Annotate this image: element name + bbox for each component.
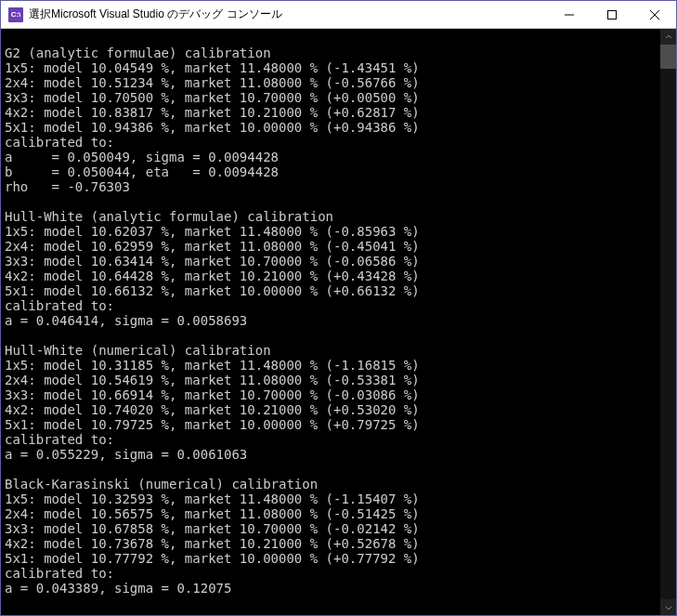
params-block: a = 0.050049, sigma = 0.0094428b = 0.050… — [5, 150, 660, 194]
params-block: a = 0.055229, sigma = 0.0061063 — [5, 447, 660, 462]
calibration-group: G2 (analytic formulae) calibration1x5: m… — [5, 46, 660, 194]
result-row: 3x3: model 10.70500 %, market 10.70000 %… — [5, 90, 660, 105]
param-line: a = 0.043389, sigma = 0.12075 — [5, 581, 660, 596]
svg-rect-1 — [608, 10, 617, 19]
result-row: 2x4: model 10.56575 %, market 11.08000 %… — [5, 506, 660, 521]
result-row: 4x2: model 10.74020 %, market 10.21000 %… — [5, 402, 660, 417]
result-row: 2x4: model 10.54619 %, market 11.08000 %… — [5, 373, 660, 387]
chevron-up-icon — [665, 33, 672, 41]
result-row: 3x3: model 10.66914 %, market 10.70000 %… — [5, 387, 660, 402]
console-output[interactable]: G2 (analytic formulae) calibration1x5: m… — [1, 29, 660, 615]
chevron-down-icon — [665, 604, 672, 611]
result-row: 4x2: model 10.83817 %, market 10.21000 %… — [5, 105, 660, 120]
scroll-up-button[interactable] — [660, 29, 676, 45]
scrollbar-thumb[interactable] — [660, 45, 676, 69]
params-block: a = 0.043389, sigma = 0.12075 — [5, 581, 660, 596]
result-row: 4x2: model 10.73678 %, market 10.21000 %… — [5, 536, 660, 551]
maximize-icon — [607, 10, 617, 20]
result-row: 5x1: model 10.77792 %, market 10.00000 %… — [5, 551, 660, 566]
result-row: 1x5: model 10.62037 %, market 11.48000 %… — [5, 224, 660, 239]
result-row: 5x1: model 10.79725 %, market 10.00000 %… — [5, 417, 660, 432]
result-row: 2x4: model 10.62959 %, market 11.08000 %… — [5, 239, 660, 254]
group-heading: G2 (analytic formulae) calibration — [5, 46, 660, 60]
result-row: 1x5: model 10.31185 %, market 11.48000 %… — [5, 358, 660, 373]
param-line: a = 0.046414, sigma = 0.0058693 — [5, 313, 660, 328]
result-row: 3x3: model 10.63414 %, market 10.70000 %… — [5, 254, 660, 269]
window-title: 選択Microsoft Visual Studio のデバッグ コンソール — [29, 7, 548, 22]
param-line: a = 0.050049, sigma = 0.0094428 — [5, 150, 660, 164]
calibration-group: Black-Karasinski (numerical) calibration… — [5, 477, 660, 596]
result-row: 5x1: model 10.66132 %, market 10.00000 %… — [5, 283, 660, 298]
close-button[interactable] — [633, 1, 676, 29]
result-row: 5x1: model 10.94386 %, market 10.00000 %… — [5, 120, 660, 135]
scroll-down-button[interactable] — [660, 599, 676, 615]
calibrated-label: calibrated to: — [5, 566, 660, 581]
calibrated-label: calibrated to: — [5, 135, 660, 150]
titlebar: C:\ 選択Microsoft Visual Studio のデバッグ コンソー… — [1, 1, 676, 29]
close-icon — [650, 10, 659, 20]
scrollbar-track[interactable] — [660, 45, 676, 599]
minimize-button[interactable] — [548, 1, 591, 29]
group-heading: Hull-White (numerical) calibration — [5, 343, 660, 358]
maximize-button[interactable] — [591, 1, 633, 29]
result-row: 1x5: model 10.32593 %, market 11.48000 %… — [5, 491, 660, 506]
group-heading: Black-Karasinski (numerical) calibration — [5, 477, 660, 491]
app-icon: C:\ — [8, 7, 23, 22]
client-area: G2 (analytic formulae) calibration1x5: m… — [1, 29, 676, 615]
param-line: b = 0.050044, eta = 0.0094428 — [5, 164, 660, 179]
calibration-group: Hull-White (numerical) calibration1x5: m… — [5, 343, 660, 462]
params-block: a = 0.046414, sigma = 0.0058693 — [5, 313, 660, 328]
minimize-icon — [565, 10, 574, 20]
result-row: 3x3: model 10.67858 %, market 10.70000 %… — [5, 521, 660, 536]
param-line: a = 0.055229, sigma = 0.0061063 — [5, 447, 660, 462]
result-row: 1x5: model 10.04549 %, market 11.48000 %… — [5, 60, 660, 75]
calibrated-label: calibrated to: — [5, 298, 660, 313]
vertical-scrollbar[interactable] — [660, 29, 676, 615]
result-row: 2x4: model 10.51234 %, market 11.08000 %… — [5, 75, 660, 90]
app-window: C:\ 選択Microsoft Visual Studio のデバッグ コンソー… — [0, 0, 677, 616]
group-heading: Hull-White (analytic formulae) calibrati… — [5, 209, 660, 224]
result-row: 4x2: model 10.64428 %, market 10.21000 %… — [5, 269, 660, 283]
calibrated-label: calibrated to: — [5, 432, 660, 447]
calibration-group: Hull-White (analytic formulae) calibrati… — [5, 209, 660, 328]
param-line: rho = -0.76303 — [5, 179, 660, 194]
